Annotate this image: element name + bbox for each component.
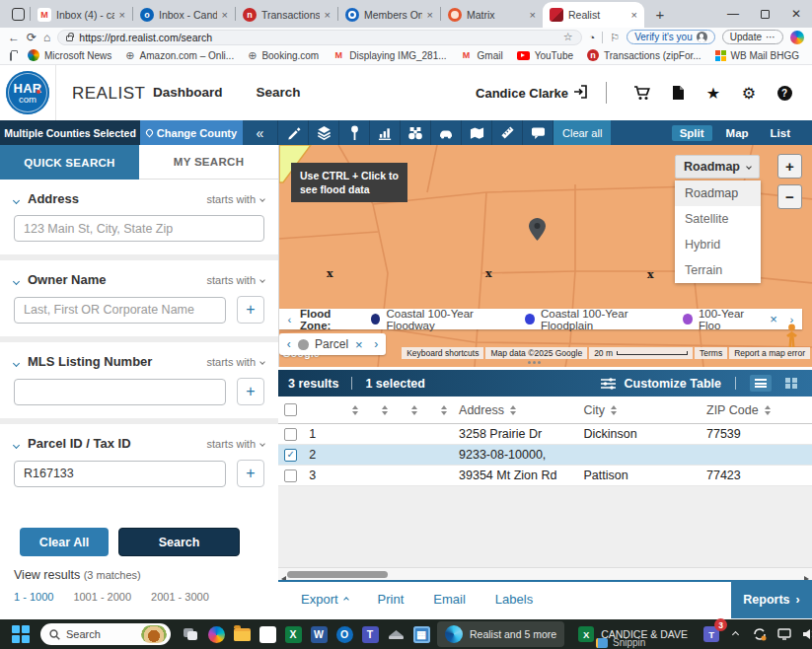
collections-icon[interactable]: ⚐: [610, 32, 620, 43]
tab-close-icon[interactable]: ×: [222, 10, 228, 21]
page-range-2[interactable]: 1001 - 2000: [73, 591, 131, 603]
browser-tab[interactable]: M Inbox (4) - candicew ×: [31, 2, 132, 28]
settings-gear-icon[interactable]: ⚙: [731, 84, 767, 103]
logout-icon[interactable]: [573, 85, 588, 102]
chip-scroll-right-icon[interactable]: ›: [367, 337, 386, 351]
parcel-chip-close-icon[interactable]: ×: [355, 337, 363, 352]
add-owner-button[interactable]: +: [237, 296, 264, 324]
export-button[interactable]: Export: [301, 592, 348, 607]
browser-tab[interactable]: Members Only Area ×: [338, 2, 440, 28]
basemap-option-satellite[interactable]: Satellite: [675, 206, 761, 232]
legend-close-icon[interactable]: ×: [770, 312, 777, 326]
add-mls-button[interactable]: +: [237, 378, 264, 405]
owner-name-input[interactable]: [14, 297, 226, 324]
draw-pencil-icon[interactable]: [278, 120, 309, 145]
har-logo[interactable]: HAR com: [0, 65, 56, 120]
file-explorer-button[interactable]: [229, 621, 255, 647]
keyboard-shortcuts-link[interactable]: Keyboard shortcuts: [402, 347, 483, 359]
row-checkbox[interactable]: [284, 469, 297, 482]
microsoft-365-button[interactable]: [255, 621, 280, 647]
add-parcel-button[interactable]: +: [237, 460, 264, 487]
tab-close-icon[interactable]: ×: [631, 10, 637, 21]
tab-my-search[interactable]: MY SEARCH: [139, 145, 278, 180]
match-mode-dropdown[interactable]: starts with: [206, 438, 264, 450]
nav-dashboard[interactable]: Dashboard: [153, 85, 223, 100]
browser-essentials-icon[interactable]: ◔: [589, 32, 596, 43]
favorite-item[interactable]: WB Mail BHGG: [711, 50, 803, 61]
chart-icon[interactable]: [370, 120, 401, 145]
comment-icon[interactable]: [523, 120, 554, 145]
page-range-1[interactable]: 1 - 1000: [14, 591, 53, 603]
workspaces-icon[interactable]: [6, 3, 30, 25]
hidden-icons-chevron[interactable]: [724, 621, 746, 647]
favorite-item[interactable]: M Displaying IMG_281...: [329, 49, 450, 61]
row-checkbox-checked[interactable]: ✓: [284, 449, 297, 462]
basemap-option-hybrid[interactable]: Hybrid: [675, 232, 761, 257]
grid-view-button[interactable]: [780, 375, 802, 392]
help-icon[interactable]: ?: [767, 86, 802, 101]
nav-search[interactable]: Search: [257, 85, 301, 100]
collapse-section-icon[interactable]: [14, 192, 19, 206]
street-pin-icon[interactable]: [339, 120, 370, 145]
window-minimize-button[interactable]: —: [717, 0, 749, 28]
clear-all-map-button[interactable]: Clear all: [554, 120, 611, 145]
update-browser-button[interactable]: Update ⋯: [722, 30, 783, 44]
table-row[interactable]: 1 3258 Prairie Dr Dickinson 77539: [278, 424, 812, 445]
search-button[interactable]: Search: [118, 528, 240, 556]
sort-column-button[interactable]: [339, 405, 369, 415]
browser-tab-active[interactable]: Realist ×: [543, 2, 644, 28]
clear-all-button[interactable]: Clear All: [20, 528, 109, 556]
teams-notification-button[interactable]: T 3: [699, 621, 724, 647]
url-field[interactable]: https://prd.realist.com/search ☆: [57, 30, 581, 45]
change-county-button[interactable]: Change County: [140, 120, 243, 145]
browser-tab[interactable]: o Inbox - Candice Clar ×: [133, 2, 235, 28]
map-pin[interactable]: [529, 218, 546, 241]
table-row-selected[interactable]: ✓ 2 9233-08-10000,: [278, 445, 812, 466]
collapse-section-icon[interactable]: [14, 355, 19, 369]
match-mode-dropdown[interactable]: starts with: [206, 193, 264, 205]
favorites-panel-icon[interactable]: [10, 52, 12, 61]
table-row[interactable]: 3 39354 Mt Zion Rd Pattison 77423: [278, 466, 812, 486]
favorites-star-icon[interactable]: ★: [696, 84, 731, 103]
favorite-star-icon[interactable]: ☆: [563, 31, 573, 43]
favorite-item[interactable]: Microsoft News: [24, 49, 115, 61]
tab-close-icon[interactable]: ×: [325, 10, 331, 21]
tab-close-icon[interactable]: ×: [530, 10, 536, 21]
email-button[interactable]: Email: [433, 592, 466, 607]
snipping-toast[interactable]: Snippin: [596, 637, 645, 648]
binoculars-icon[interactable]: [401, 120, 431, 145]
copilot-icon[interactable]: [790, 31, 804, 44]
display-tray-icon[interactable]: [774, 621, 795, 647]
tab-quick-search[interactable]: QUICK SEARCH: [0, 145, 139, 180]
zoom-out-button[interactable]: −: [777, 184, 802, 209]
back-icon[interactable]: ←: [8, 32, 20, 43]
favorite-item[interactable]: ⊕ Amazon.com – Onli...: [121, 50, 238, 61]
column-header-zip[interactable]: ZIP Code: [706, 403, 812, 417]
url-text[interactable]: https://prd.realist.com/search: [79, 32, 556, 43]
address-input[interactable]: [14, 215, 264, 242]
reports-button[interactable]: Reports›: [731, 580, 812, 618]
window-maximize-button[interactable]: [749, 0, 780, 28]
start-button[interactable]: [8, 621, 34, 647]
volume-tray-icon[interactable]: [798, 621, 812, 647]
match-mode-dropdown[interactable]: starts with: [206, 274, 264, 286]
sort-column-button[interactable]: [400, 405, 429, 415]
outlook-button[interactable]: O: [332, 621, 357, 647]
customize-table-button[interactable]: Customize Table: [625, 377, 721, 391]
refresh-icon[interactable]: ⟳: [27, 32, 37, 43]
collapse-panel-icon[interactable]: «: [243, 120, 278, 145]
scrollbar-thumb[interactable]: [287, 571, 388, 578]
sync-tray-icon[interactable]: [749, 621, 771, 647]
window-close-button[interactable]: ✕: [780, 0, 812, 28]
parcel-id-input[interactable]: [14, 461, 226, 487]
chip-scroll-left-icon[interactable]: ‹: [279, 337, 298, 351]
taskbar-search-box[interactable]: Search: [40, 623, 171, 645]
terms-link[interactable]: Terms: [695, 347, 727, 359]
tab-close-icon[interactable]: ×: [427, 10, 433, 21]
collapse-section-icon[interactable]: [14, 273, 19, 287]
list-view-button[interactable]: [750, 375, 772, 392]
edge-window-group[interactable]: Realist and 5 more: [437, 621, 564, 647]
mls-number-input[interactable]: [14, 379, 226, 405]
basemap-dropdown-button[interactable]: Roadmap: [675, 155, 760, 179]
zoom-in-button[interactable]: +: [777, 154, 802, 179]
